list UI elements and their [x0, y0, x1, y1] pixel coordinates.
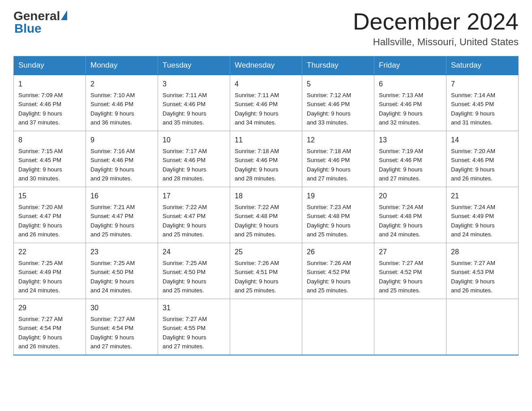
calendar-cell: 19 Sunrise: 7:23 AMSunset: 4:48 PMDaylig… [302, 187, 374, 243]
calendar-cell: 6 Sunrise: 7:13 AMSunset: 4:46 PMDayligh… [374, 75, 446, 131]
day-number: 17 [163, 191, 225, 201]
weekday-header-wednesday: Wednesday [230, 56, 302, 75]
day-number: 1 [18, 79, 81, 90]
day-number: 18 [235, 191, 297, 201]
day-number: 5 [307, 79, 369, 90]
day-info: Sunrise: 7:11 AMSunset: 4:46 PMDaylight:… [163, 92, 207, 126]
calendar-cell: 15 Sunrise: 7:20 AMSunset: 4:47 PMDaylig… [14, 187, 86, 243]
day-number: 6 [379, 79, 442, 90]
logo-triangle-icon [61, 10, 67, 20]
day-info: Sunrise: 7:13 AMSunset: 4:46 PMDaylight:… [379, 92, 423, 126]
calendar-cell: 10 Sunrise: 7:17 AMSunset: 4:46 PMDaylig… [158, 131, 230, 187]
day-number: 14 [451, 135, 514, 146]
day-info: Sunrise: 7:22 AMSunset: 4:48 PMDaylight:… [235, 204, 279, 238]
day-info: Sunrise: 7:12 AMSunset: 4:46 PMDaylight:… [307, 92, 351, 126]
calendar-week-row: 22 Sunrise: 7:25 AMSunset: 4:49 PMDaylig… [14, 243, 519, 299]
day-info: Sunrise: 7:21 AMSunset: 4:47 PMDaylight:… [90, 204, 135, 238]
subtitle: Hallsville, Missouri, United States [353, 36, 519, 48]
day-number: 25 [235, 247, 297, 257]
day-info: Sunrise: 7:24 AMSunset: 4:49 PMDaylight:… [451, 204, 495, 238]
calendar-cell: 17 Sunrise: 7:22 AMSunset: 4:47 PMDaylig… [158, 187, 230, 243]
calendar-cell: 28 Sunrise: 7:27 AMSunset: 4:53 PMDaylig… [446, 243, 519, 299]
day-info: Sunrise: 7:19 AMSunset: 4:46 PMDaylight:… [379, 148, 423, 182]
day-number: 24 [163, 247, 225, 257]
day-number: 23 [90, 247, 153, 257]
weekday-header-friday: Friday [374, 56, 446, 75]
day-number: 29 [18, 303, 81, 313]
calendar-cell: 21 Sunrise: 7:24 AMSunset: 4:49 PMDaylig… [446, 187, 519, 243]
header: General Blue December 2024 Hallsville, M… [13, 9, 519, 48]
calendar-cell: 8 Sunrise: 7:15 AMSunset: 4:45 PMDayligh… [14, 131, 86, 187]
calendar-cell: 31 Sunrise: 7:27 AMSunset: 4:55 PMDaylig… [158, 299, 230, 355]
day-number: 30 [90, 303, 153, 313]
calendar-cell: 4 Sunrise: 7:11 AMSunset: 4:46 PMDayligh… [230, 75, 302, 131]
day-info: Sunrise: 7:26 AMSunset: 4:52 PMDaylight:… [307, 260, 351, 294]
day-info: Sunrise: 7:17 AMSunset: 4:46 PMDaylight:… [163, 148, 207, 182]
day-info: Sunrise: 7:18 AMSunset: 4:46 PMDaylight:… [235, 148, 279, 182]
day-info: Sunrise: 7:15 AMSunset: 4:45 PMDaylight:… [18, 148, 63, 182]
calendar-cell: 18 Sunrise: 7:22 AMSunset: 4:48 PMDaylig… [230, 187, 302, 243]
day-info: Sunrise: 7:11 AMSunset: 4:46 PMDaylight:… [235, 92, 279, 126]
day-number: 8 [18, 135, 81, 146]
day-number: 3 [163, 79, 225, 90]
calendar-cell: 20 Sunrise: 7:24 AMSunset: 4:48 PMDaylig… [374, 187, 446, 243]
calendar-cell: 27 Sunrise: 7:27 AMSunset: 4:52 PMDaylig… [374, 243, 446, 299]
calendar-cell: 2 Sunrise: 7:10 AMSunset: 4:46 PMDayligh… [86, 75, 158, 131]
calendar-week-row: 1 Sunrise: 7:09 AMSunset: 4:46 PMDayligh… [14, 75, 519, 131]
day-info: Sunrise: 7:27 AMSunset: 4:54 PMDaylight:… [90, 316, 135, 350]
calendar-week-row: 8 Sunrise: 7:15 AMSunset: 4:45 PMDayligh… [14, 131, 519, 187]
day-info: Sunrise: 7:16 AMSunset: 4:46 PMDaylight:… [90, 148, 135, 182]
calendar-cell: 22 Sunrise: 7:25 AMSunset: 4:49 PMDaylig… [14, 243, 86, 299]
day-number: 20 [379, 191, 442, 201]
day-info: Sunrise: 7:24 AMSunset: 4:48 PMDaylight:… [379, 204, 423, 238]
weekday-header-row: SundayMondayTuesdayWednesdayThursdayFrid… [14, 56, 519, 75]
calendar-cell: 11 Sunrise: 7:18 AMSunset: 4:46 PMDaylig… [230, 131, 302, 187]
day-number: 2 [90, 79, 153, 90]
weekday-header-tuesday: Tuesday [158, 56, 230, 75]
day-info: Sunrise: 7:22 AMSunset: 4:47 PMDaylight:… [163, 204, 207, 238]
calendar-cell: 12 Sunrise: 7:18 AMSunset: 4:46 PMDaylig… [302, 131, 374, 187]
day-info: Sunrise: 7:27 AMSunset: 4:54 PMDaylight:… [18, 316, 63, 350]
calendar-cell: 5 Sunrise: 7:12 AMSunset: 4:46 PMDayligh… [302, 75, 374, 131]
weekday-header-sunday: Sunday [14, 56, 86, 75]
day-number: 13 [379, 135, 442, 146]
day-number: 11 [235, 135, 297, 146]
page-title: December 2024 [353, 9, 519, 34]
day-number: 27 [379, 247, 442, 257]
calendar-cell: 16 Sunrise: 7:21 AMSunset: 4:47 PMDaylig… [86, 187, 158, 243]
logo-blue-text: Blue [14, 21, 42, 36]
day-number: 28 [451, 247, 514, 257]
day-number: 22 [18, 247, 81, 257]
day-number: 16 [90, 191, 153, 201]
calendar-cell: 30 Sunrise: 7:27 AMSunset: 4:54 PMDaylig… [86, 299, 158, 355]
calendar-cell: 3 Sunrise: 7:11 AMSunset: 4:46 PMDayligh… [158, 75, 230, 131]
calendar-cell: 1 Sunrise: 7:09 AMSunset: 4:46 PMDayligh… [14, 75, 86, 131]
calendar-cell: 9 Sunrise: 7:16 AMSunset: 4:46 PMDayligh… [86, 131, 158, 187]
calendar-cell: 7 Sunrise: 7:14 AMSunset: 4:45 PMDayligh… [446, 75, 519, 131]
calendar-cell: 13 Sunrise: 7:19 AMSunset: 4:46 PMDaylig… [374, 131, 446, 187]
day-info: Sunrise: 7:10 AMSunset: 4:46 PMDaylight:… [90, 92, 135, 126]
calendar-cell [302, 299, 374, 355]
day-number: 19 [307, 191, 369, 201]
calendar-week-row: 15 Sunrise: 7:20 AMSunset: 4:47 PMDaylig… [14, 187, 519, 243]
calendar-table: SundayMondayTuesdayWednesdayThursdayFrid… [13, 56, 519, 355]
calendar-cell [374, 299, 446, 355]
day-info: Sunrise: 7:20 AMSunset: 4:47 PMDaylight:… [18, 204, 63, 238]
day-number: 12 [307, 135, 369, 146]
day-info: Sunrise: 7:27 AMSunset: 4:52 PMDaylight:… [379, 260, 423, 294]
calendar-cell: 25 Sunrise: 7:26 AMSunset: 4:51 PMDaylig… [230, 243, 302, 299]
day-info: Sunrise: 7:27 AMSunset: 4:53 PMDaylight:… [451, 260, 495, 294]
day-number: 7 [451, 79, 514, 90]
day-number: 26 [307, 247, 369, 257]
day-info: Sunrise: 7:18 AMSunset: 4:46 PMDaylight:… [307, 148, 351, 182]
calendar-cell: 23 Sunrise: 7:25 AMSunset: 4:50 PMDaylig… [86, 243, 158, 299]
title-area: December 2024 Hallsville, Missouri, Unit… [353, 9, 519, 48]
logo: General Blue [13, 9, 67, 36]
calendar-cell: 26 Sunrise: 7:26 AMSunset: 4:52 PMDaylig… [302, 243, 374, 299]
weekday-header-monday: Monday [86, 56, 158, 75]
weekday-header-saturday: Saturday [446, 56, 519, 75]
day-info: Sunrise: 7:25 AMSunset: 4:50 PMDaylight:… [163, 260, 207, 294]
day-info: Sunrise: 7:09 AMSunset: 4:46 PMDaylight:… [18, 92, 63, 126]
day-number: 10 [163, 135, 225, 146]
day-number: 31 [163, 303, 225, 313]
